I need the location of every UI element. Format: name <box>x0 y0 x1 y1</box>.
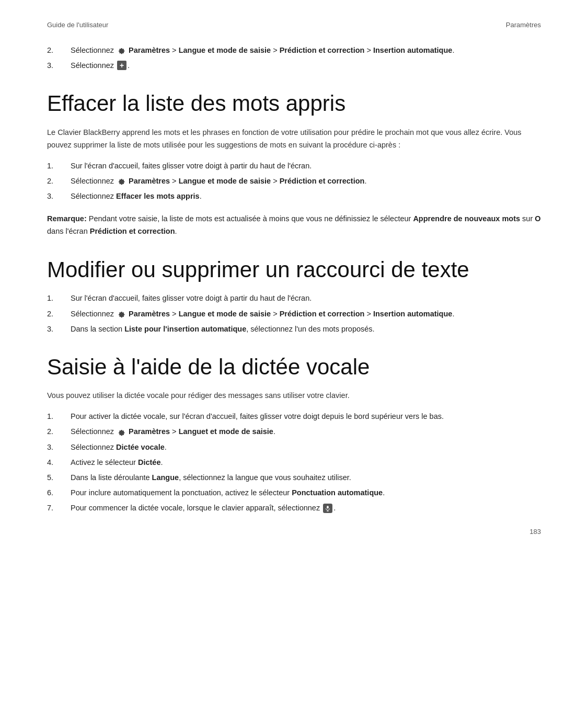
list-number: 2. <box>47 308 71 320</box>
section-title-header: Paramètres <box>506 21 541 29</box>
list-item: 2.Sélectionnez Paramètres > Languet et m… <box>47 426 541 438</box>
section3-title: Saisie à l'aide de la dictée vocale <box>47 354 541 380</box>
list-item: 5.Dans la liste déroulante Langue, sélec… <box>47 472 541 484</box>
section1-title: Effacer la liste des mots appris <box>47 90 541 117</box>
gear-icon <box>117 46 125 54</box>
section-dictee: Saisie à l'aide de la dictée vocale Vous… <box>47 354 541 515</box>
gear-icon <box>117 310 125 318</box>
section2-list: 1.Sur l'écran d'accueil, faites glisser … <box>47 292 541 335</box>
note-label: Remarque: <box>47 214 87 223</box>
plus-icon: + <box>117 61 126 70</box>
list-content: Sélectionnez +. <box>71 60 541 72</box>
list-number: 7. <box>47 502 71 514</box>
list-item: 6.Pour inclure automatiquement la ponctu… <box>47 487 541 499</box>
list-item: 3.Dans la section Liste pour l'insertion… <box>47 323 541 335</box>
list-content: Sur l'écran d'accueil, faites glisser vo… <box>71 160 541 172</box>
list-number: 1. <box>47 160 71 172</box>
page-number: 183 <box>529 528 541 536</box>
section1-body: Le Clavier BlackBerry apprend les mots e… <box>47 127 541 152</box>
mic-icon <box>323 504 332 513</box>
list-item: 1.Pour activer la dictée vocale, sur l'é… <box>47 411 541 423</box>
intro-list: 2.Sélectionnez Paramètres > Langue et mo… <box>47 44 541 72</box>
list-content: Pour activer la dictée vocale, sur l'écr… <box>71 411 541 423</box>
list-content: Dans la liste déroulante Langue, sélecti… <box>71 472 541 484</box>
section3-body: Vous pouvez utiliser la dictée vocale po… <box>47 390 541 402</box>
page-header: Guide de l'utilisateur Paramètres <box>47 21 541 29</box>
list-item: 3.Sélectionnez +. <box>47 60 541 72</box>
section-effacer: Effacer la liste des mots appris Le Clav… <box>47 90 541 238</box>
list-content: Sélectionnez Paramètres > Langue et mode… <box>71 44 541 56</box>
list-number: 4. <box>47 457 71 469</box>
list-content: Sur l'écran d'accueil, faites glisser vo… <box>71 292 541 304</box>
list-number: 2. <box>47 426 71 438</box>
gear-icon <box>117 177 125 185</box>
list-number: 2. <box>47 175 71 187</box>
list-number: 5. <box>47 472 71 484</box>
list-number: 1. <box>47 292 71 304</box>
list-content: Pour inclure automatiquement la ponctuat… <box>71 487 541 499</box>
list-item: 2.Sélectionnez Paramètres > Langue et mo… <box>47 308 541 320</box>
list-number: 3. <box>47 60 71 72</box>
section1-list: 1.Sur l'écran d'accueil, faites glisser … <box>47 160 541 203</box>
list-item: 2.Sélectionnez Paramètres > Langue et mo… <box>47 44 541 56</box>
gear-icon <box>117 428 125 436</box>
list-item: 1.Sur l'écran d'accueil, faites glisser … <box>47 160 541 172</box>
list-number: 2. <box>47 44 71 56</box>
list-number: 3. <box>47 441 71 453</box>
svg-rect-0 <box>327 506 329 508</box>
list-item: 3.Sélectionnez Dictée vocale. <box>47 441 541 453</box>
list-content: Sélectionnez Paramètres > Languet et mod… <box>71 426 541 438</box>
list-number: 6. <box>47 487 71 499</box>
list-content: Pour commencer la dictée vocale, lorsque… <box>71 502 541 514</box>
list-content: Dans la section Liste pour l'insertion a… <box>71 323 541 335</box>
list-number: 3. <box>47 190 71 202</box>
list-content: Sélectionnez Paramètres > Langue et mode… <box>71 308 541 320</box>
list-item: 4.Activez le sélecteur Dictée. <box>47 457 541 469</box>
section3-list: 1.Pour activer la dictée vocale, sur l'é… <box>47 411 541 514</box>
list-item: 3.Sélectionnez Effacer les mots appris. <box>47 190 541 202</box>
list-item: 2.Sélectionnez Paramètres > Langue et mo… <box>47 175 541 187</box>
section-modifier: Modifier ou supprimer un raccourci de te… <box>47 257 541 335</box>
list-content: Sélectionnez Effacer les mots appris. <box>71 190 541 202</box>
list-content: Activez le sélecteur Dictée. <box>71 457 541 469</box>
list-content: Sélectionnez Paramètres > Langue et mode… <box>71 175 541 187</box>
section1-note: Remarque: Pendant votre saisie, la liste… <box>47 213 541 238</box>
list-content: Sélectionnez Dictée vocale. <box>71 441 541 453</box>
guide-title: Guide de l'utilisateur <box>47 21 108 29</box>
section2-title: Modifier ou supprimer un raccourci de te… <box>47 257 541 283</box>
list-item: 1.Sur l'écran d'accueil, faites glisser … <box>47 292 541 304</box>
list-number: 3. <box>47 323 71 335</box>
list-item: 7.Pour commencer la dictée vocale, lorsq… <box>47 502 541 514</box>
list-number: 1. <box>47 411 71 423</box>
